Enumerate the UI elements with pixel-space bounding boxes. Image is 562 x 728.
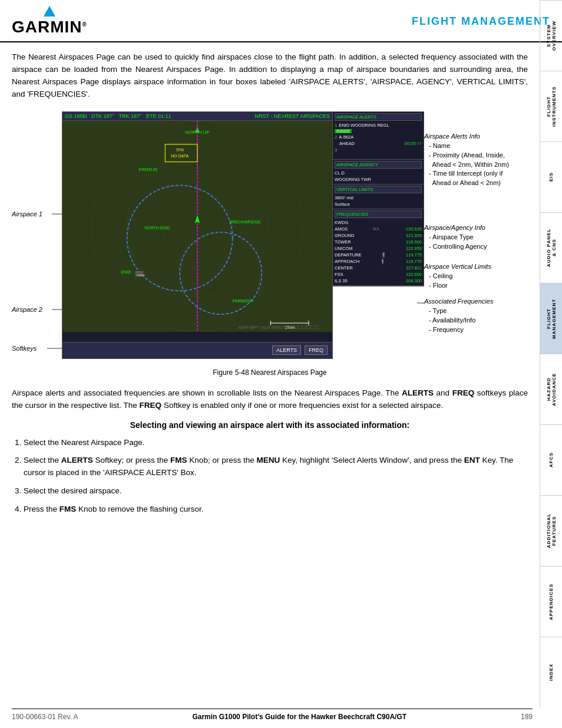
alert-row-3: 3 [335, 147, 422, 153]
svg-text:NORTH ENID: NORTH ENID [145, 226, 170, 230]
step-2-text: Select the ALERTS Softkey; or press the … [24, 456, 513, 477]
alert-row-2: 2 A-562A [335, 134, 422, 140]
sidebar-tab-flight-instruments[interactable]: FLIGHTINSTRUMENTS [540, 71, 562, 141]
ent-bold-step2: ENT [464, 456, 480, 465]
svg-text:TFR: TFR [176, 147, 184, 151]
vertical-section: VERTICAL LIMITS 3800' msl Surface [333, 185, 424, 209]
freq-fss: FSS122.600 [335, 271, 422, 278]
vertical-ann-title: Airspace Vertical Limits [424, 262, 491, 272]
svg-text:ENID: ENID [121, 269, 131, 274]
fms-bold-step2: FMS [170, 456, 187, 465]
page-footer: 190-00663-01 Rev. A Garmin G1000 Pilot's… [12, 709, 533, 721]
freq-ann-title: Associated Frequencies [424, 297, 493, 307]
step-3: Select the desired airspace. [24, 485, 528, 498]
steps-list: Select the Nearest Airspace Page. Select… [12, 437, 528, 516]
freq-header: FREQUENCIES [335, 210, 422, 218]
footer-title: Garmin G1000 Pilot's Guide for the Hawke… [192, 713, 406, 721]
garmin-logo: GARMIN® [12, 6, 87, 37]
main-content: The Nearest Airspaces Page can be used t… [0, 42, 540, 531]
svg-text:NO DATA: NO DATA [171, 153, 189, 157]
label-lines-svg [12, 111, 62, 365]
alerts-ann-title: Airspace Alerts Info [424, 132, 509, 141]
freq-ann-details: - Type - Availability/Info - Frequency [429, 307, 493, 335]
svg-text:BRECKINRIDGE: BRECKINRIDGE [230, 220, 261, 224]
fms-bold-step4: FMS [59, 505, 77, 513]
page-header: GARMIN® FLIGHT MANAGEMENT [0, 0, 562, 42]
svg-text:MAP WPT AUX NRST ☐☐☐☐☐☐☐☐: MAP WPT AUX NRST ☐☐☐☐☐☐☐☐ [239, 325, 319, 330]
alerts-softkey[interactable]: ALERTS [272, 345, 301, 355]
vertical-ann-details: - Ceiling - Floor [429, 272, 491, 291]
freq-center: CENTER127.800 [335, 265, 422, 271]
freq-bold-2: FREQ [140, 401, 162, 410]
agency-ann-details: - Airspace Type - Controlling Agency [429, 233, 487, 252]
map-header-right: NRST - NEAREST AIRSPACES [254, 113, 330, 119]
map-body: NORTH UP TFR NO DATA [62, 121, 332, 332]
section-heading: Selecting and viewing an airspace alert … [12, 420, 528, 430]
map-header-bar: GS 185kt DTK 187° TRK 187° ETE 01:11 NRS… [62, 112, 332, 121]
freq-kwdg: KWDG [335, 219, 422, 226]
sidebar-tab-hazard-avoidance[interactable]: HAZARDAVOIDANCE [540, 354, 562, 424]
map-svg: NORTH UP TFR NO DATA [62, 121, 332, 332]
figure-caption: Figure 5-48 Nearest Airspaces Page [213, 368, 326, 377]
agency-header: AIRSPACE AGENCY [335, 161, 422, 169]
right-annotations: Airspace Alerts Info - Name - Proximity … [424, 111, 528, 365]
sidebar-tab-additional-features[interactable]: ADDITIONALFEATURES [540, 495, 562, 566]
garmin-triangle-icon [44, 6, 55, 17]
svg-text:KREMLIN: KREMLIN [139, 167, 157, 171]
menu-bold-step2: MENU [256, 456, 280, 465]
vertical-floor-row: Surface [335, 201, 422, 207]
map-softkeys-bar: ALERTS FREQ [62, 342, 332, 358]
sidebar-tab-appendices[interactable]: APPENDICES [540, 566, 562, 637]
agency-annotation: Airspace/Agency Info - Airspace Type - C… [424, 223, 487, 252]
agency-name-row: WOODRING TWR [335, 176, 422, 183]
sidebar-tab-audio-panel[interactable]: AUDIO PANEL& CNS [540, 212, 562, 283]
alerts-bold: ALERTS [402, 388, 434, 397]
alerts-ann-details: - Name - Proximity (Ahead, Inside, Ahead… [429, 141, 509, 189]
page-title: FLIGHT MANAGEMENT [412, 15, 550, 28]
sidebar-tab-eis[interactable]: EIS [540, 141, 562, 212]
step-1: Select the Nearest Airspace Page. [24, 437, 528, 449]
agency-ann-title: Airspace/Agency Info [424, 223, 487, 233]
agency-type-row: CL D [335, 170, 422, 176]
alert-row-inside: INSIDE [335, 129, 422, 134]
alert-row-ahead: AHEAD 00:05:11 [335, 140, 422, 147]
vertical-ceiling-row: 3800' msl [335, 195, 422, 201]
vertical-annotation: Airspace Vertical Limits - Ceiling - Flo… [424, 262, 491, 291]
alerts-section: AIRSPACE ALERTS 1 ENID WOODRING REGL INS… [333, 112, 424, 160]
agency-section: AIRSPACE AGENCY CL D WOODRING TWR [333, 160, 424, 185]
map-header-left: GS 185kt DTK 187° TRK 187° ETE 01:11 [65, 113, 171, 119]
footer-doc-number: 190-00663-01 Rev. A [12, 713, 78, 721]
sidebar-tab-flight-management[interactable]: FLIGHTMANAGEMENT [540, 283, 562, 354]
alerts-bold-step2: ALERTS [61, 456, 93, 465]
freq-bold: FREQ [452, 388, 475, 397]
freq-annotation: Associated Frequencies - Type - Availabi… [424, 297, 493, 335]
alerts-header: AIRSPACE ALERTS [335, 113, 422, 121]
info-panel: AIRSPACE ALERTS 1 ENID WOODRING REGL INS… [333, 111, 424, 286]
freq-ground: GROUND121.925 [335, 232, 422, 239]
step-4-text: Press the FMS Knob to remove the flashin… [24, 505, 203, 513]
step-4: Press the FMS Knob to remove the flashin… [24, 503, 528, 516]
svg-rect-23 [138, 274, 145, 276]
sidebar-tab-afcs[interactable]: AFCS [540, 424, 562, 495]
vertical-header: VERTICAL LIMITS [335, 186, 422, 193]
map-display: GS 185kt DTK 187° TRK 187° ETE 01:11 NRS… [62, 111, 333, 359]
garmin-reg-symbol: ® [82, 21, 87, 28]
svg-text:FAIRMONT: FAIRMONT [233, 299, 254, 303]
freq-ils35: ILS 35108.300 [335, 278, 422, 284]
step-1-text: Select the Nearest Airspace Page. [24, 438, 145, 447]
intro-paragraph: The Nearest Airspaces Page can be used t… [12, 51, 528, 101]
figure-container: Airspace 1 Airspace 2 Softkeys GS 185kt … [12, 111, 528, 377]
sidebar-tab-index[interactable]: INDEX [540, 637, 562, 707]
freq-departure: DEPARTUREi119.775 [335, 252, 422, 258]
freq-tower: TOWER118.900 [335, 239, 422, 245]
garmin-wordmark: GARMIN® [12, 18, 87, 37]
freq-section: FREQUENCIES KWDG AMOSRX120.625 GROUND121… [333, 209, 424, 286]
body-paragraph: Airspace alerts and associated frequenci… [12, 387, 528, 412]
right-sidebar: SYSTEMOVERVIEW FLIGHTINSTRUMENTS EIS AUD… [540, 0, 562, 707]
freq-amos: AMOSRX120.625 [335, 226, 422, 232]
alerts-annotation: Airspace Alerts Info - Name - Proximity … [424, 132, 509, 189]
sidebar-tab-system-overview[interactable]: SYSTEMOVERVIEW [540, 0, 562, 71]
freq-softkey[interactable]: FREQ [305, 345, 328, 355]
freq-unicom: UNICOM122.950 [335, 245, 422, 252]
footer-page-number: 189 [521, 713, 533, 721]
